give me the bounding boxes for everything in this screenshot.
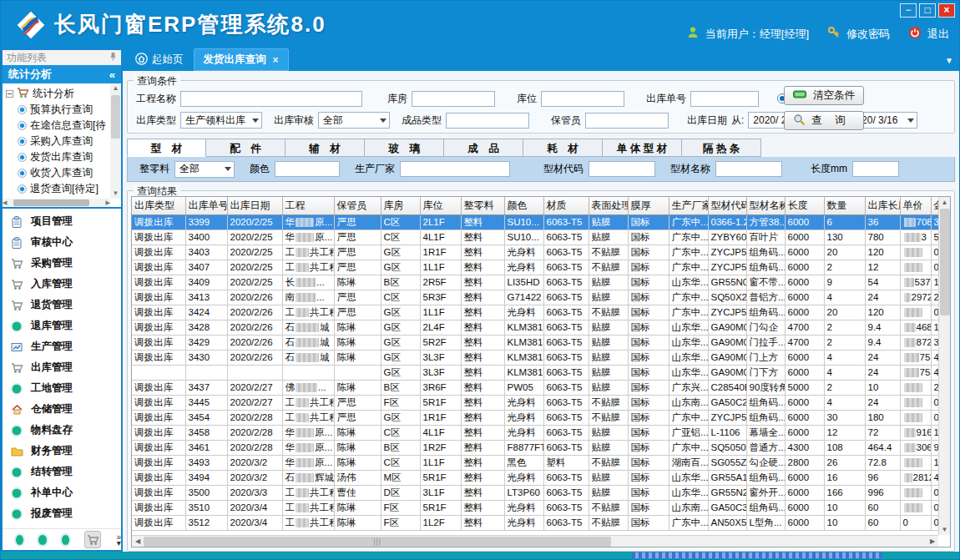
material-subtab[interactable]: 玻 璃 [365,139,444,157]
column-header-whole[interactable]: 整零料 [461,197,504,214]
scroll-right-icon[interactable]: ▶ [106,199,110,206]
sidebar-menu-item[interactable]: 结转管理 [3,462,121,482]
scrollbar-thumb[interactable]: ||| [144,537,611,547]
tree-vertical-scrollbar[interactable]: ▲ ▼ [110,83,121,199]
order-no-input[interactable] [690,91,759,107]
table-row[interactable]: 调拨出库34132020/2/26南...严思C区5R3F整料G71422606… [132,290,938,305]
table-row[interactable]: 调拨出库34372020/2/27佛...陈琳B区3R6F整料PW056063-… [132,380,938,395]
column-header-length[interactable]: 长度 [785,197,824,214]
column-header-keeper[interactable]: 保管员 [334,197,381,214]
whole-part-select[interactable]: 全部 [174,161,235,178]
column-header-outlen[interactable]: 出库长度 [865,197,900,214]
tree-expander-icon[interactable] [6,90,13,98]
tree-item[interactable]: 采购入库查询 [6,134,109,149]
scrollbar-thumb[interactable] [111,95,120,139]
product-type-input[interactable] [446,113,529,129]
clear-conditions-button[interactable]: 清空条件 [784,86,864,105]
scrollbar-thumb[interactable] [13,199,88,206]
module-dot-icon[interactable] [16,535,23,545]
column-header-warehouse[interactable]: 库房 [381,197,420,214]
material-subtab[interactable]: 单 体 型 材 [603,139,682,157]
scroll-down-icon[interactable]: ▼ [942,524,948,535]
project-name-input[interactable] [180,91,362,107]
sidebar-menu-item[interactable]: 仓储管理 [3,399,121,420]
scroll-up-icon[interactable]: ▲ [942,197,948,208]
sidebar-menu-item[interactable]: 退库管理 [3,315,121,336]
pin-icon[interactable] [109,52,117,63]
warehouse-input[interactable] [412,91,495,107]
tree-item[interactable]: 收货入库查询 [6,165,109,181]
column-header-amount[interactable]: 金 [931,197,938,214]
table-row[interactable]: 调拨出库34542020/2/28工共工程严思G区1R1F整料光身料6063-T… [132,410,938,425]
location-input[interactable] [541,91,624,107]
column-header-material[interactable]: 材质 [543,197,589,214]
out-type-select[interactable]: 生产领料出库 [180,112,262,129]
sidebar-menu-item[interactable]: 补单中心 [3,482,121,503]
sidebar-menu-item[interactable]: 入库管理 [3,274,121,295]
scroll-up-icon[interactable]: ▲ [113,83,119,93]
column-header-maker[interactable]: 生产厂家 [669,197,708,214]
table-row[interactable]: 调拨出库34282020/2/26石城陈琳G区2L4F整料KLM38176063… [132,320,938,335]
search-button[interactable]: 查 询 [784,111,864,130]
tree-item[interactable]: 预算执行查询 [6,102,109,118]
column-header-date[interactable]: 出库日期 [227,197,282,214]
tree-item[interactable]: 发货出库查询 [6,149,109,165]
sidebar-overflow-button[interactable]: »▾ [116,534,121,546]
cart-module-button[interactable] [84,531,102,548]
profile-code-input[interactable] [589,161,655,177]
tree-horizontal-scrollbar[interactable]: ◀ ▶ [3,199,110,207]
material-subtab[interactable]: 耗 材 [523,139,603,157]
table-row[interactable]: 调拨出库34582020/2/28华原...陈琳C区4L1F整料光身料6063-… [132,425,938,440]
sidebar-group-header[interactable]: 统计分析 « [3,65,121,83]
column-header-name[interactable]: 型材名称 [746,197,785,214]
audit-select[interactable]: 全部 [318,112,390,129]
table-row[interactable]: 调拨出库34242020/2/26工共工程严思G区1L1F整料光身料6063-T… [132,305,938,320]
table-row[interactable]: 调拨出库34072020/2/25工共工程严思G区1L1F整料光身料6063-T… [132,260,938,275]
material-subtab[interactable]: 型 材 [127,139,206,157]
maximize-button[interactable]: □ [919,3,936,18]
tab-shipping-out-query[interactable]: 发货出库查询 × [194,48,289,71]
tree-item[interactable]: 在途信息查询[待 [6,118,109,134]
material-subtab[interactable]: 隔 热 条 [682,139,761,157]
table-row[interactable]: 调拨出库34942020/3/2石辉城汤伟M区5R1F整料光身料6063-T5贴… [132,470,938,485]
length-input[interactable] [852,161,899,177]
table-row[interactable]: 调拨出库34292020/2/26石城陈琳G区5R2F整料KLM38176063… [132,335,938,350]
change-password-button[interactable]: 修改密码 [846,27,890,42]
tab-close-icon[interactable]: × [273,54,279,66]
tab-home[interactable]: 起始页 [125,48,194,71]
column-header-project[interactable]: 工程 [282,197,334,214]
table-row[interactable]: 调拨出库34002020/2/25华原...严思C区4L1F整料SU10...6… [132,230,938,245]
column-header-film[interactable]: 膜厚 [628,197,669,214]
table-row[interactable]: 调拨出库34612020/2/28华原...陈琳B区1R2F整料F8877FT6… [132,440,938,455]
table-row[interactable]: 调拨出库34092020/2/25长...陈琳B区2R5F整料LI35HD606… [132,275,938,290]
material-subtab[interactable]: 配 件 [206,139,285,157]
tree-root[interactable]: 统计分析 [6,86,109,102]
table-row[interactable]: 调拨出库34302020/2/26石城陈琳G区3L3F整料KLM38176063… [132,350,938,365]
sidebar-menu-item[interactable]: 报废管理 [3,503,121,524]
color-input[interactable] [275,161,340,177]
sidebar-menu-item[interactable]: 退货管理 [3,295,121,315]
table-row[interactable]: 调拨出库35122020/3/4工共工程陈琳F区1L2F整料光身料6063-T5… [132,515,938,530]
table-row[interactable]: 调拨出库34932020/3/2华原...陈琳C区1L1F整料黑色塑料不贴膜国标… [132,455,938,470]
column-header-code[interactable]: 型材代码 [708,197,746,214]
material-subtab[interactable]: 辅 材 [285,139,365,157]
tree-item[interactable]: 退货查询[待定] [6,181,109,197]
table-row[interactable]: G区3L3F整料KLM38176063-T5贴膜国标山东华...GA90M09.… [132,365,938,380]
sidebar-menu-item[interactable]: 采购管理 [3,253,121,274]
column-header-qty[interactable]: 数量 [824,197,865,214]
column-header-surface[interactable]: 表面处理 [589,197,628,214]
sidebar-menu-item[interactable]: 生产管理 [3,336,121,357]
table-row[interactable]: 调拨出库35002020/3/3工共工程曹佳D区3L1F整料LT3P606063… [132,485,938,500]
scrollbar-thumb[interactable] [940,209,950,315]
profile-name-input[interactable] [715,161,782,177]
column-header-no[interactable]: 出库单号 [185,197,227,214]
column-header-color[interactable]: 颜色 [504,197,543,214]
close-button[interactable]: × [938,3,955,18]
scroll-down-icon[interactable]: ▼ [113,189,119,199]
column-header-type[interactable]: 出库类型 [132,197,185,214]
tab-overflow-icon[interactable]: ▼ [945,56,953,65]
logout-button[interactable]: 退出 [927,27,949,42]
column-header-location[interactable]: 库位 [420,197,461,214]
sidebar-menu-item[interactable]: 项目管理 [3,211,121,232]
table-row[interactable]: 调拨出库33992020/2/25华原...严思C区2L1F整料SU10...6… [132,214,938,230]
